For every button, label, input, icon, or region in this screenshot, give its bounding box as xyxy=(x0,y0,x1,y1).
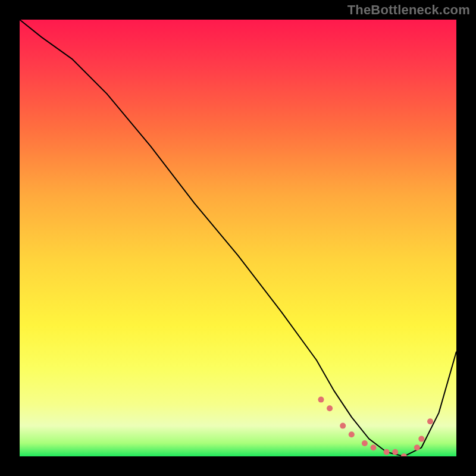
marker-group xyxy=(318,397,434,456)
marker-dot xyxy=(427,418,433,424)
marker-dot xyxy=(371,444,377,450)
chart-frame: TheBottleneck.com xyxy=(0,0,476,476)
marker-dot xyxy=(362,440,368,446)
marker-dot xyxy=(401,453,407,456)
marker-dot xyxy=(392,449,398,455)
curve-layer xyxy=(20,20,456,456)
marker-dot xyxy=(384,449,390,455)
marker-dot xyxy=(414,444,420,450)
marker-dot xyxy=(327,405,333,411)
marker-dot xyxy=(418,436,424,442)
marker-dot xyxy=(340,423,346,429)
marker-dot xyxy=(349,431,355,437)
plot-area xyxy=(20,20,456,456)
bottleneck-curve xyxy=(20,20,456,456)
watermark-text: TheBottleneck.com xyxy=(347,2,470,18)
marker-dot xyxy=(318,397,324,403)
